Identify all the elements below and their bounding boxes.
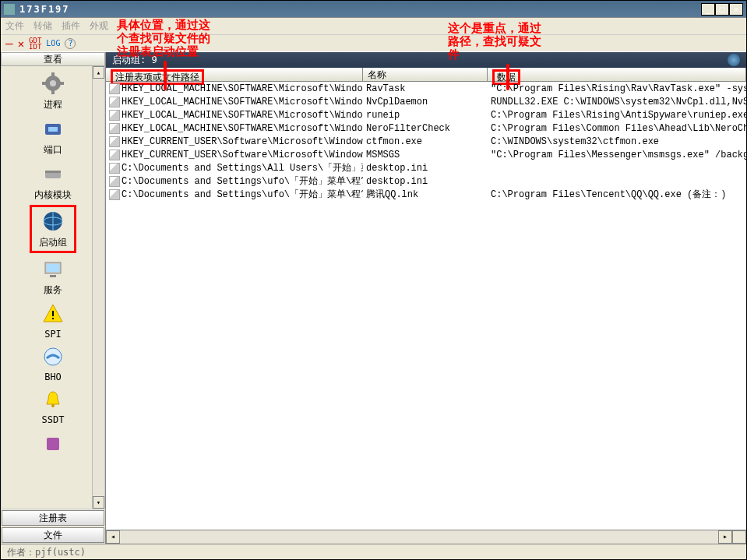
- table-row[interactable]: C:\Documents and Settings\ufo\「开始」菜单\程?.…: [106, 174, 746, 188]
- sidebar-item-label: 端口: [31, 143, 75, 157]
- globe-icon: [41, 209, 65, 234]
- window-title: 173F197: [19, 4, 701, 15]
- grid-body[interactable]: HKEY_LOCAL_MACHINE\SOFTWARE\Microsoft\Wi…: [106, 82, 746, 530]
- svg-rect-4: [42, 82, 47, 85]
- tool-x-icon[interactable]: ✕: [18, 37, 24, 50]
- horizontal-scrollbar[interactable]: ◂ ▸: [106, 530, 746, 544]
- minimize-button[interactable]: _: [701, 3, 715, 16]
- svg-rect-14: [50, 275, 56, 277]
- table-row[interactable]: HKEY_LOCAL_MACHINE\SOFTWARE\Microsoft\Wi…: [106, 108, 746, 122]
- sidebar-item-label: 启动组: [33, 236, 72, 249]
- sidebar: 查看 进程 端口 内核模块 启动组: [1, 52, 106, 544]
- sidebar-item-more[interactable]: [30, 428, 76, 459]
- scroll-corner: [732, 530, 746, 544]
- ie-icon: [41, 344, 65, 369]
- cell-name: ctfmon.exe: [363, 136, 488, 147]
- sidebar-item-label: BHO: [31, 372, 75, 382]
- svg-rect-2: [51, 72, 55, 77]
- main-panel: 启动组: 9 注册表项或文件路径 名称 数据 HKEY_LOCAL_MACHIN…: [106, 52, 746, 544]
- file-icon: [109, 176, 120, 187]
- cell-data: C:\Program Files\Rising\AntiSpyware\runi…: [488, 110, 746, 121]
- table-row[interactable]: HKEY_LOCAL_MACHINE\SOFTWARE\Microsoft\Wi…: [106, 82, 746, 95]
- block-icon: [41, 430, 65, 455]
- sidebar-item-kernel[interactable]: 内核模块: [30, 160, 76, 203]
- cell-path: HKEY_LOCAL_MACHINE\SOFTWARE\Microsoft\Wi…: [122, 97, 363, 107]
- cell-path: HKEY_CURRENT_USER\Software\Microsoft\Win…: [122, 136, 363, 147]
- maximize-button[interactable]: □: [715, 3, 729, 16]
- menu-file[interactable]: 文件: [5, 19, 24, 33]
- sidebar-scrollbar[interactable]: ▴ ▾: [92, 66, 104, 509]
- cell-name: runeip: [363, 110, 488, 121]
- table-row[interactable]: C:\Documents and Settings\All Users\「开始」…: [106, 161, 746, 174]
- menu-plugin[interactable]: 插件: [62, 19, 80, 33]
- scroll-up-button[interactable]: ▴: [93, 66, 104, 79]
- sidebar-item-service[interactable]: 服务: [30, 255, 76, 298]
- file-icon: [109, 110, 120, 121]
- svg-rect-7: [48, 127, 58, 132]
- svg-point-18: [51, 404, 55, 407]
- statusbar: 作者：pjf(ustc): [1, 544, 746, 559]
- menu-dump[interactable]: 转储: [33, 19, 52, 33]
- sidebar-item-port[interactable]: 端口: [30, 114, 76, 158]
- sidebar-item-label: 服务: [31, 284, 75, 297]
- svg-rect-15: [52, 311, 54, 316]
- cell-data: "C:\Program Files\Rising\Rav\RavTask.exe…: [488, 83, 746, 94]
- sidebar-btn-file[interactable]: 文件: [2, 527, 104, 543]
- col-header-data[interactable]: 数据: [488, 68, 746, 81]
- globe-icon[interactable]: [728, 54, 740, 66]
- col-header-name[interactable]: 名称: [363, 68, 488, 81]
- cell-path: HKEY_LOCAL_MACHINE\SOFTWARE\Microsoft\Wi…: [122, 123, 363, 134]
- menu-view[interactable]: 外观: [90, 19, 108, 33]
- toolbar: — ✕ GDTIDT LOG ?: [1, 35, 746, 52]
- tool-gdt-idt[interactable]: GDTIDT: [29, 37, 41, 50]
- scroll-left-button[interactable]: ◂: [106, 530, 120, 544]
- cell-data: C:\Program Files\Tencent\QQ\QQ.exe (备注：): [488, 188, 746, 201]
- scroll-right-button[interactable]: ▸: [718, 530, 732, 544]
- table-row[interactable]: HKEY_CURRENT_USER\Software\Microsoft\Win…: [106, 148, 746, 161]
- monitor-icon: [41, 256, 65, 281]
- col-header-path[interactable]: 注册表项或文件路径: [106, 68, 363, 81]
- sidebar-header: 查看: [1, 52, 105, 66]
- svg-rect-9: [45, 171, 61, 173]
- file-icon: [109, 123, 120, 134]
- sidebar-item-spi[interactable]: SPI: [30, 300, 76, 341]
- cell-name: MSMSGS: [363, 150, 488, 160]
- table-row[interactable]: HKEY_LOCAL_MACHINE\SOFTWARE\Microsoft\Wi…: [106, 122, 746, 135]
- cell-data: C:\WINDOWS\system32\ctfmon.exe: [488, 136, 746, 147]
- titlebar: 173F197 _ □ ×: [1, 1, 746, 18]
- svg-rect-5: [59, 82, 64, 85]
- cell-name: desktop.ini: [363, 163, 488, 174]
- file-icon: [109, 163, 120, 174]
- warning-icon: [41, 301, 65, 326]
- app-icon: [4, 4, 15, 15]
- tool-log[interactable]: LOG: [46, 39, 60, 48]
- svg-rect-19: [47, 438, 59, 450]
- table-row[interactable]: C:\Documents and Settings\ufo\「开始」菜单\程?.…: [106, 188, 746, 201]
- grid-header: 注册表项或文件路径 名称 数据: [106, 68, 746, 82]
- cell-path: HKEY_LOCAL_MACHINE\SOFTWARE\Microsoft\Wi…: [122, 83, 363, 94]
- sidebar-item-bho[interactable]: BHO: [30, 343, 76, 384]
- sidebar-item-process[interactable]: 进程: [30, 69, 76, 113]
- cell-name: NeroFilterCheck: [363, 123, 488, 134]
- tool-dash-icon[interactable]: —: [5, 36, 13, 51]
- bell-icon: [41, 387, 65, 412]
- table-row[interactable]: HKEY_LOCAL_MACHINE\SOFTWARE\Microsoft\Wi…: [106, 95, 746, 108]
- sidebar-item-ssdt[interactable]: SSDT: [30, 386, 76, 427]
- tool-help-icon[interactable]: ?: [65, 38, 76, 49]
- table-row[interactable]: HKEY_CURRENT_USER\Software\Microsoft\Win…: [106, 135, 746, 148]
- menubar: 文件 转储 插件 外观: [1, 18, 746, 35]
- sidebar-item-label: 内核模块: [31, 188, 75, 202]
- file-icon: [109, 97, 120, 107]
- cell-data: C:\Program Files\Common Files\Ahead\Lib\…: [488, 123, 746, 134]
- cell-data: "C:\Program Files\Messenger\msmsgs.exe" …: [488, 150, 746, 160]
- svg-rect-3: [51, 90, 55, 94]
- file-icon: [109, 136, 120, 147]
- close-button[interactable]: ×: [729, 3, 743, 16]
- sidebar-btn-registry[interactable]: 注册表: [2, 510, 104, 526]
- sidebar-item-startup[interactable]: 启动组: [30, 205, 76, 253]
- scroll-down-button[interactable]: ▾: [93, 496, 104, 509]
- cell-path: HKEY_LOCAL_MACHINE\SOFTWARE\Microsoft\Wi…: [122, 110, 363, 121]
- cell-data: RUNDLL32.EXE C:\WINDOWS\system32\NvCpl.d…: [488, 97, 746, 107]
- main-header: 启动组: 9: [106, 52, 746, 68]
- scroll-track[interactable]: [120, 530, 718, 544]
